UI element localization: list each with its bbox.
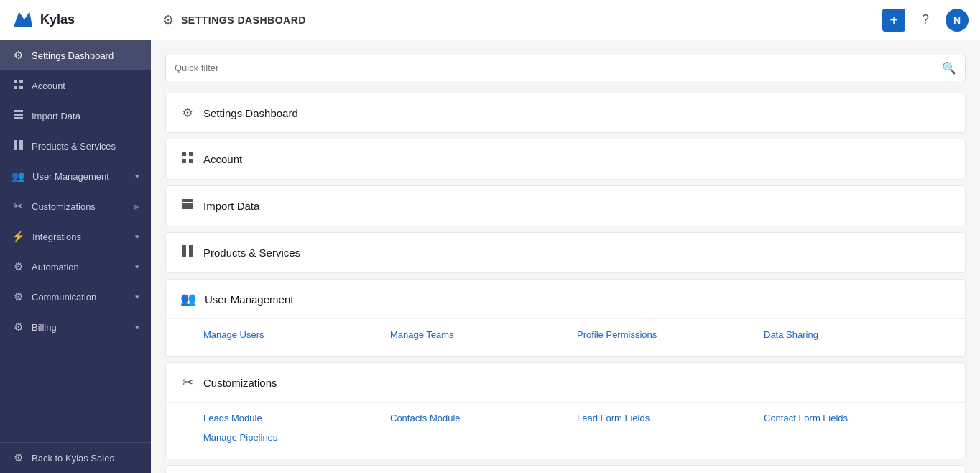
sub-item-manage-teams[interactable]: Manage Teams bbox=[390, 325, 577, 344]
chevron-icon: ▾ bbox=[135, 293, 139, 302]
section-header-integrations[interactable]: ⚡ Integrations bbox=[166, 466, 965, 473]
sidebar-item-label: Billing bbox=[32, 322, 128, 333]
svg-rect-6 bbox=[14, 114, 23, 116]
billing-icon: ⚙ bbox=[11, 321, 24, 334]
customizations-icon: ✂ bbox=[11, 200, 24, 213]
section-title-user-management: User Management bbox=[205, 293, 293, 306]
quick-filter-container: 🔍 bbox=[165, 55, 966, 81]
svg-rect-7 bbox=[14, 117, 23, 119]
sub-item-leads-module[interactable]: Leads Module bbox=[203, 408, 390, 428]
avatar[interactable]: N bbox=[946, 9, 969, 32]
svg-rect-9 bbox=[19, 140, 23, 150]
account-section-icon bbox=[180, 151, 195, 167]
section-user-management: 👥 User Management Manage Users Manage Te… bbox=[165, 279, 966, 357]
top-header: Kylas ⚙ SETTINGS DASHBOARD + ? N bbox=[0, 0, 980, 40]
chevron-icon: ▾ bbox=[135, 262, 139, 272]
section-header-account[interactable]: Account bbox=[166, 139, 965, 179]
back-icon: ⚙ bbox=[11, 451, 24, 464]
sidebar-item-back-to-sales[interactable]: ⚙ Back to Kylas Sales bbox=[0, 443, 151, 473]
svg-rect-15 bbox=[182, 203, 193, 206]
sidebar-item-communication[interactable]: ⚙ Communication ▾ bbox=[0, 282, 151, 312]
add-button[interactable]: + bbox=[882, 9, 905, 32]
svg-rect-17 bbox=[182, 245, 186, 257]
settings-dashboard-icon: ⚙ bbox=[11, 49, 24, 62]
svg-rect-4 bbox=[19, 86, 23, 89]
svg-rect-13 bbox=[189, 159, 193, 163]
svg-rect-14 bbox=[182, 199, 193, 202]
svg-rect-5 bbox=[14, 110, 23, 112]
section-customizations: ✂ Customizations Leads Module Contacts M… bbox=[165, 362, 966, 459]
section-products-services: Products & Services bbox=[165, 232, 966, 273]
kylas-logo-icon bbox=[11, 9, 34, 32]
chevron-icon: ▾ bbox=[135, 323, 139, 332]
account-icon bbox=[11, 79, 24, 92]
sub-item-manage-users[interactable]: Manage Users bbox=[203, 325, 390, 344]
app-name: Kylas bbox=[40, 12, 75, 27]
svg-rect-10 bbox=[182, 152, 186, 156]
help-button[interactable]: ? bbox=[914, 9, 937, 32]
chevron-icon: ▾ bbox=[135, 232, 139, 242]
section-import-data: Import Data bbox=[165, 185, 966, 226]
svg-marker-0 bbox=[14, 12, 32, 27]
import-data-icon bbox=[11, 109, 24, 122]
sub-item-profile-permissions[interactable]: Profile Permissions bbox=[577, 325, 764, 344]
section-header-user-management[interactable]: 👥 User Management bbox=[166, 280, 965, 319]
sidebar-item-label: Communication bbox=[32, 292, 128, 303]
section-title-import-data: Import Data bbox=[203, 200, 259, 212]
svg-rect-12 bbox=[182, 159, 186, 163]
svg-rect-16 bbox=[182, 206, 193, 209]
section-header-import-data[interactable]: Import Data bbox=[166, 186, 965, 226]
user-management-section-icon: 👥 bbox=[180, 291, 196, 307]
section-account: Account bbox=[165, 139, 966, 180]
sidebar-item-import-data[interactable]: Import Data bbox=[0, 101, 151, 131]
sidebar-item-label: Integrations bbox=[32, 231, 128, 242]
sidebar-item-label: Automation bbox=[32, 262, 128, 272]
svg-rect-2 bbox=[19, 80, 23, 83]
import-data-section-icon bbox=[180, 198, 195, 214]
products-services-icon bbox=[11, 139, 24, 152]
sidebar-item-account[interactable]: Account bbox=[0, 70, 151, 101]
sub-item-lead-form-fields[interactable]: Lead Form Fields bbox=[577, 408, 764, 428]
section-header-customizations[interactable]: ✂ Customizations bbox=[166, 363, 965, 403]
sidebar-item-customizations[interactable]: ✂ Customizations ▶ bbox=[0, 191, 151, 221]
sub-item-manage-pipelines[interactable]: Manage Pipelines bbox=[203, 428, 390, 447]
svg-rect-11 bbox=[189, 152, 193, 156]
chevron-icon: ▾ bbox=[135, 172, 139, 181]
section-title-settings-dashboard: Settings Dashboard bbox=[203, 107, 298, 119]
section-title-customizations: Customizations bbox=[203, 377, 277, 389]
products-services-section-icon bbox=[180, 244, 195, 261]
integrations-icon: ⚡ bbox=[11, 230, 25, 243]
sub-item-contact-form-fields[interactable]: Contact Form Fields bbox=[764, 408, 951, 428]
section-settings-dashboard: ⚙ Settings Dashboard bbox=[165, 93, 966, 133]
sidebar-item-label: Customizations bbox=[32, 201, 126, 212]
content-area: 🔍 ⚙ Settings Dashboard Account bbox=[151, 40, 980, 473]
sidebar-item-user-management[interactable]: 👥 User Management ▾ bbox=[0, 161, 151, 191]
sidebar-item-products-services[interactable]: Products & Services bbox=[0, 131, 151, 161]
sidebar-item-label: Back to Kylas Sales bbox=[32, 453, 139, 464]
section-header-settings-dashboard[interactable]: ⚙ Settings Dashboard bbox=[166, 93, 965, 132]
sub-item-data-sharing[interactable]: Data Sharing bbox=[764, 325, 951, 344]
section-integrations: ⚡ Integrations bbox=[165, 465, 966, 473]
sidebar-item-integrations[interactable]: ⚡ Integrations ▾ bbox=[0, 221, 151, 252]
quick-filter-input[interactable] bbox=[175, 55, 942, 81]
settings-dashboard-section-icon: ⚙ bbox=[180, 105, 195, 121]
sidebar-item-billing[interactable]: ⚙ Billing ▾ bbox=[0, 312, 151, 342]
svg-rect-8 bbox=[14, 140, 17, 150]
settings-icon: ⚙ bbox=[162, 12, 174, 28]
sidebar-item-automation[interactable]: ⚙ Automation ▾ bbox=[0, 252, 151, 282]
section-title-account: Account bbox=[203, 153, 242, 165]
sub-item-contacts-module[interactable]: Contacts Module bbox=[390, 408, 577, 428]
sidebar-item-settings-dashboard[interactable]: ⚙ Settings Dashboard bbox=[0, 40, 151, 70]
communication-icon: ⚙ bbox=[11, 290, 24, 303]
sidebar-item-label: User Management bbox=[32, 171, 128, 182]
customizations-section-icon: ✂ bbox=[180, 375, 195, 390]
header-actions: + ? N bbox=[882, 9, 969, 32]
user-management-icon: 👥 bbox=[11, 170, 25, 183]
sidebar-item-label: Account bbox=[32, 81, 139, 91]
customizations-sub-items: Leads Module Contacts Module Lead Form F… bbox=[166, 403, 965, 459]
page-title: SETTINGS DASHBOARD bbox=[181, 14, 306, 26]
section-header-products-services[interactable]: Products & Services bbox=[166, 233, 965, 272]
main-layout: ⚙ Settings Dashboard Account Import Data… bbox=[0, 40, 980, 473]
svg-rect-18 bbox=[189, 245, 193, 257]
sidebar: ⚙ Settings Dashboard Account Import Data… bbox=[0, 40, 151, 473]
